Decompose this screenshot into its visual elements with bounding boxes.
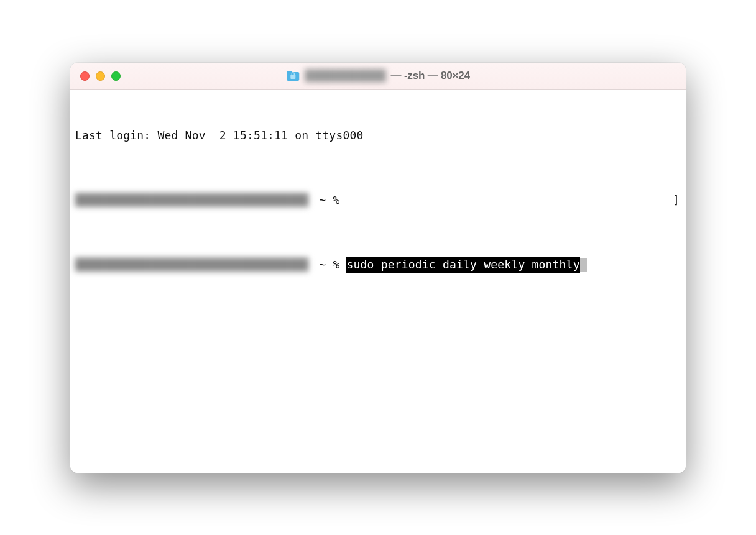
maximize-button[interactable] [111,71,121,81]
terminal-window: ███████████ — -zsh — 80×24 Last login: W… [70,63,686,473]
prompt-symbol: ~ % [312,257,346,273]
close-button[interactable] [80,71,90,81]
titlebar[interactable]: ███████████ — -zsh — 80×24 [70,63,686,90]
host-obscured: ██████████████████████████████████ [75,192,308,208]
prompt-symbol: ~ % [312,192,346,208]
host-obscured: ██████████████████████████████████ [75,257,308,273]
terminal-output[interactable]: Last login: Wed Nov 2 15:51:11 on ttys00… [70,90,686,473]
right-bracket: ] [673,192,680,208]
svg-rect-0 [290,75,295,79]
prompt-line-1: ██████████████████████████████████ ~ % ] [75,192,686,208]
title-obscured: ███████████ [305,70,385,82]
window-controls [80,71,121,81]
last-login-text: Last login: Wed Nov 2 15:51:11 on ttys00… [75,127,364,144]
cursor [580,258,587,272]
folder-icon [286,70,300,81]
command-text: sudo periodic daily weekly monthly [346,257,579,273]
title-suffix: — -zsh — 80×24 [391,70,470,82]
prompt-line-2: ██████████████████████████████████ ~ % s… [75,257,686,273]
window-title: ███████████ — -zsh — 80×24 [286,70,469,82]
last-login-line: Last login: Wed Nov 2 15:51:11 on ttys00… [75,127,686,144]
minimize-button[interactable] [96,71,105,81]
